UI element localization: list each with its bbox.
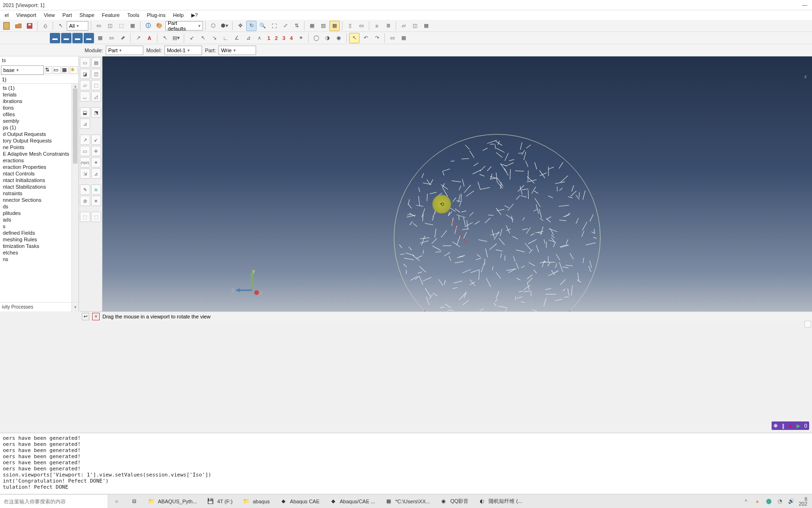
mirror-icon[interactable]: ⊿ bbox=[91, 168, 102, 179]
message-area[interactable]: oers have been generated! oers have been… bbox=[0, 433, 812, 494]
iso2-icon[interactable]: ⬢▾ bbox=[219, 21, 230, 31]
recorder-widget[interactable]: ❋ ‖ ■ ▶ 0 bbox=[772, 421, 809, 430]
menu-feature[interactable]: Feature bbox=[99, 11, 123, 19]
scroll-thumb[interactable] bbox=[73, 88, 78, 164]
pointer-icon[interactable]: ↖ bbox=[55, 21, 66, 31]
tray-icon-1[interactable]: ● bbox=[754, 498, 761, 505]
menu-help[interactable]: Help bbox=[170, 11, 187, 19]
persp3-icon[interactable]: ▩ bbox=[329, 21, 340, 31]
datum-csys-icon[interactable]: ✛ bbox=[91, 146, 102, 156]
tree-bulb-icon[interactable]: ✺ bbox=[70, 66, 78, 74]
taskbar-item[interactable]: 📁ABAQUS_Pyth... bbox=[143, 495, 202, 508]
axis2-icon[interactable]: ↖ bbox=[198, 33, 208, 43]
view-cube-z[interactable]: z bbox=[804, 74, 812, 84]
viewport[interactable]: ⟲ Y Z X z bbox=[102, 56, 812, 311]
tree-tab[interactable]: ts bbox=[0, 56, 78, 65]
datum-pt-icon[interactable]: ↗ bbox=[80, 135, 90, 145]
tree-item[interactable]: ntact Stabilizations bbox=[0, 183, 78, 190]
geom-repair-icon[interactable]: ⬚ bbox=[80, 212, 90, 222]
tray-up-icon[interactable]: ^ bbox=[742, 498, 750, 505]
tree-item[interactable]: eractions bbox=[0, 157, 78, 164]
menu-shape[interactable]: Shape bbox=[77, 11, 97, 19]
edit-icon[interactable]: ✎ bbox=[80, 184, 90, 195]
tree-item[interactable]: ibrations bbox=[0, 98, 78, 104]
annotate-icon[interactable]: ↗ bbox=[133, 33, 143, 43]
cycle-icon[interactable]: ⇅ bbox=[291, 21, 302, 31]
taskbar-search[interactable] bbox=[0, 495, 108, 508]
redo-icon[interactable]: ↷ bbox=[372, 33, 382, 43]
part-manager-icon[interactable]: ▤ bbox=[91, 57, 102, 68]
split1-icon[interactable]: ▯ bbox=[345, 21, 355, 31]
circle3-icon[interactable]: ◉ bbox=[334, 33, 344, 43]
axis5-icon[interactable]: ∠ bbox=[232, 33, 242, 43]
box2-icon[interactable]: ◫ bbox=[410, 21, 420, 31]
taskbar-item[interactable]: ○ bbox=[108, 495, 125, 508]
taskbar-item[interactable]: ◆Abaqus/CAE ... bbox=[325, 495, 380, 508]
render-style-combo[interactable]: Part defaults bbox=[165, 21, 203, 31]
offset-icon[interactable]: ⇲ bbox=[80, 168, 90, 179]
layout4-icon[interactable]: ▦ bbox=[127, 21, 138, 31]
suppress-icon[interactable]: ⊘ bbox=[80, 196, 90, 206]
grid1-icon[interactable]: ≡ bbox=[372, 21, 382, 31]
axis6-icon[interactable]: ⊿ bbox=[243, 33, 253, 43]
tool-a-icon[interactable]: ▭ bbox=[387, 33, 398, 43]
axis3-icon[interactable]: ↘ bbox=[209, 33, 219, 43]
zoom-icon[interactable]: 🔍 bbox=[258, 21, 268, 31]
persp2-icon[interactable]: ▨ bbox=[318, 21, 328, 31]
tree-item[interactable]: ds bbox=[0, 203, 78, 210]
layout3-icon[interactable]: ⬚ bbox=[116, 21, 126, 31]
datum-axis-icon[interactable]: ↙ bbox=[91, 135, 102, 145]
tray-icon-2[interactable]: ⬤ bbox=[765, 498, 773, 505]
box1-icon[interactable]: ▱ bbox=[398, 21, 409, 31]
pan-icon[interactable]: ✥ bbox=[235, 21, 245, 31]
tree-item[interactable]: d Output Requests bbox=[0, 131, 78, 137]
fit-icon[interactable]: ⤢ bbox=[280, 21, 290, 31]
taskbar-item[interactable]: 📁abaqus bbox=[238, 495, 275, 508]
axis7-icon[interactable]: ⋏ bbox=[254, 33, 265, 43]
table-icon[interactable]: ▤▾ bbox=[171, 33, 181, 43]
taskbar-item[interactable]: ◆Abaqus CAE bbox=[275, 495, 325, 508]
save-icon[interactable] bbox=[24, 21, 35, 31]
prompt-cancel-button[interactable]: ✕ bbox=[92, 313, 100, 320]
rec-pause-icon[interactable]: ‖ bbox=[782, 423, 785, 429]
prompt-back-button[interactable]: ↩ bbox=[82, 313, 89, 320]
rec-play-icon[interactable]: ▶ bbox=[796, 423, 800, 429]
datum-plane-icon[interactable]: ▭ bbox=[80, 146, 90, 156]
partition-cell-icon[interactable]: ⬔ bbox=[91, 107, 102, 118]
tree-item[interactable]: nstraints bbox=[0, 190, 78, 197]
view4-label[interactable]: 4 bbox=[288, 35, 295, 41]
tree-item[interactable]: s bbox=[0, 223, 78, 230]
layout2-icon[interactable]: ◫ bbox=[105, 21, 115, 31]
tree-item[interactable]: nnector Sections bbox=[0, 197, 78, 203]
xyz-icon[interactable]: (xyz) bbox=[80, 157, 90, 167]
tree-item[interactable]: ofiles bbox=[0, 111, 78, 118]
circle2-icon[interactable]: ◑ bbox=[322, 33, 333, 43]
tree-item[interactable]: E Adaptive Mesh Constraints bbox=[0, 151, 78, 157]
tree-tool3-icon[interactable]: ▦ bbox=[62, 66, 69, 74]
create-wire-icon[interactable]: ▱ bbox=[80, 80, 90, 90]
menu-part[interactable]: Part bbox=[60, 11, 75, 19]
partition-face-icon[interactable]: ⬓ bbox=[80, 107, 90, 118]
tree-item[interactable]: plitudes bbox=[0, 210, 78, 216]
box3-icon[interactable]: ▦ bbox=[421, 21, 431, 31]
wand-icon[interactable]: ✶ bbox=[296, 33, 306, 43]
tray-icon-3[interactable]: ◔ bbox=[776, 498, 784, 505]
view-cal-icon[interactable]: ▭ bbox=[106, 33, 117, 43]
tree-item[interactable]: ts (1) bbox=[0, 85, 78, 91]
print-icon[interactable]: ⎙ bbox=[40, 21, 50, 31]
taskbar-item[interactable]: ◉QQ影音 bbox=[435, 495, 474, 508]
tree-tool1-icon[interactable]: ⇅ bbox=[45, 66, 52, 74]
regen-icon[interactable]: ≋ bbox=[91, 184, 102, 195]
view1-label[interactable]: 1 bbox=[265, 35, 272, 41]
tree-item[interactable]: tions bbox=[0, 104, 78, 111]
layout1-icon[interactable]: ▭ bbox=[94, 21, 104, 31]
view3-label[interactable]: 3 bbox=[281, 35, 287, 41]
color-icon[interactable]: 🎨 bbox=[154, 21, 164, 31]
create-solid-icon[interactable]: ◪ bbox=[80, 69, 90, 79]
split2-icon[interactable]: ▭ bbox=[356, 21, 367, 31]
tree-item[interactable]: ps (1) bbox=[0, 124, 78, 131]
tree-tool2-icon[interactable]: ▭ bbox=[53, 66, 61, 74]
tree-item[interactable]: terials bbox=[0, 91, 78, 98]
tree-item[interactable]: sembly bbox=[0, 118, 78, 124]
rec-stop-icon[interactable]: ■ bbox=[789, 423, 792, 429]
